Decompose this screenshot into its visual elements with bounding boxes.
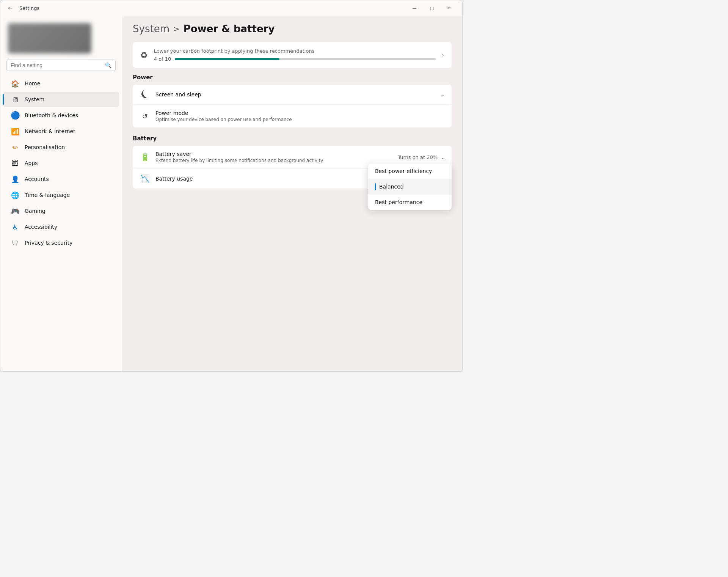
avatar (8, 23, 91, 53)
screen-sleep-info: Screen and sleep (155, 91, 435, 97)
network-icon: 📶 (11, 127, 19, 135)
sidebar-item-time[interactable]: 🌐 Time & language (3, 187, 119, 203)
home-icon: 🏠 (11, 79, 19, 88)
sidebar-item-label: System (25, 96, 44, 102)
dropdown-efficiency-label: Best power efficiency (375, 168, 432, 174)
carbon-chevron-icon: › (442, 52, 444, 58)
carbon-footprint-card[interactable]: ♻️ Lower your carbon footprint by applyi… (133, 42, 452, 68)
main-layout: 🔍 🏠 Home 🖥 System 🔵 Bluetooth & devices … (0, 16, 462, 371)
sidebar-item-label: Bluetooth & devices (25, 112, 78, 118)
sidebar-item-personalisation[interactable]: ✏️ Personalisation (3, 140, 119, 155)
carbon-text: Lower your carbon footprint by applying … (154, 48, 436, 62)
progress-bar-background (175, 58, 436, 60)
settings-window: ← Settings — □ ✕ 🔍 🏠 Home 🖥 (0, 0, 463, 372)
battery-saver-name: Battery saver (155, 151, 392, 157)
sidebar-item-label: Gaming (25, 208, 46, 214)
search-icon: 🔍 (105, 62, 111, 68)
battery-saver-right: Turns on at 20% ⌄ (398, 154, 445, 160)
titlebar-title: Settings (19, 5, 39, 11)
gaming-icon: 🎮 (11, 207, 19, 215)
screen-sleep-chevron: ⌄ (441, 92, 445, 97)
search-input[interactable] (11, 62, 102, 68)
minimize-button[interactable]: — (406, 2, 423, 14)
power-section-title: Power (133, 74, 452, 81)
sidebar-item-home[interactable]: 🏠 Home (3, 76, 119, 91)
power-mode-row[interactable]: ↺ Power mode Optimise your device based … (133, 105, 452, 127)
carbon-description: Lower your carbon footprint by applying … (154, 48, 436, 54)
sidebar-item-bluetooth[interactable]: 🔵 Bluetooth & devices (3, 108, 119, 123)
sidebar-item-label: Apps (25, 160, 38, 166)
titlebar-left: ← Settings (5, 3, 406, 13)
sidebar-item-label: Network & internet (25, 128, 75, 134)
sidebar-item-label: Personalisation (25, 144, 65, 150)
carbon-progress-label: 4 of 10 (154, 56, 171, 62)
privacy-icon: 🛡 (11, 239, 19, 247)
dropdown-item-performance[interactable]: Best performance (368, 195, 452, 210)
bluetooth-icon: 🔵 (11, 111, 19, 119)
system-icon: 🖥 (11, 95, 19, 104)
accessibility-icon: ♿ (11, 223, 19, 231)
sidebar-item-label: Accessibility (25, 224, 57, 230)
page-title: Power & battery (184, 23, 275, 35)
sidebar: 🔍 🏠 Home 🖥 System 🔵 Bluetooth & devices … (0, 16, 122, 371)
battery-saver-desc: Extend battery life by limiting some not… (155, 158, 392, 163)
content-area: System > Power & battery ♻️ Lower your c… (122, 16, 462, 371)
sidebar-item-system[interactable]: 🖥 System (3, 92, 119, 107)
accounts-icon: 👤 (11, 175, 19, 183)
dropdown-item-balanced[interactable]: Balanced (368, 179, 452, 195)
sidebar-item-label: Home (25, 80, 40, 86)
sidebar-item-label: Privacy & security (25, 240, 72, 246)
power-mode-desc: Optimise your device based on power use … (155, 117, 445, 122)
dropdown-balanced-label: Balanced (379, 184, 404, 190)
apps-icon: 🖼 (11, 159, 19, 167)
power-mode-dropdown: Best power efficiency Balanced Best perf… (368, 164, 452, 210)
sidebar-item-accounts[interactable]: 👤 Accounts (3, 171, 119, 187)
battery-saver-icon: 🔋 (140, 153, 150, 162)
selected-indicator (375, 183, 376, 190)
screen-sleep-icon: ⏾ (140, 90, 150, 99)
battery-saver-info: Battery saver Extend battery life by lim… (155, 151, 392, 163)
screen-sleep-row[interactable]: ⏾ Screen and sleep ⌄ (133, 85, 452, 105)
sidebar-item-label: Accounts (25, 176, 49, 182)
breadcrumb-system: System (133, 23, 169, 35)
sidebar-item-privacy[interactable]: 🛡 Privacy & security (3, 235, 119, 250)
close-button[interactable]: ✕ (441, 2, 458, 14)
maximize-button[interactable]: □ (424, 2, 440, 14)
sidebar-item-accessibility[interactable]: ♿ Accessibility (3, 219, 119, 234)
carbon-progress: 4 of 10 (154, 56, 436, 62)
breadcrumb-chevron: > (173, 24, 180, 33)
sidebar-item-apps[interactable]: 🖼 Apps (3, 156, 119, 171)
battery-saver-status: Turns on at 20% (398, 154, 438, 160)
carbon-icon: ♻️ (140, 50, 148, 60)
search-box[interactable]: 🔍 (6, 60, 116, 71)
power-mode-info: Power mode Optimise your device based on… (155, 110, 445, 122)
battery-saver-chevron: ⌄ (441, 154, 445, 160)
screen-sleep-name: Screen and sleep (155, 91, 435, 97)
power-card: ⏾ Screen and sleep ⌄ ↺ Power mode Optimi… (133, 85, 452, 127)
titlebar-controls: — □ ✕ (406, 2, 458, 14)
battery-usage-icon: 📉 (140, 174, 150, 183)
personalisation-icon: ✏️ (11, 143, 19, 151)
power-mode-name: Power mode (155, 110, 445, 116)
back-button[interactable]: ← (5, 3, 16, 13)
time-icon: 🌐 (11, 191, 19, 199)
sidebar-item-label: Time & language (25, 192, 70, 198)
dropdown-item-efficiency[interactable]: Best power efficiency (368, 164, 452, 179)
sidebar-item-gaming[interactable]: 🎮 Gaming (3, 203, 119, 219)
titlebar: ← Settings — □ ✕ (0, 0, 462, 16)
battery-section-title: Battery (133, 135, 452, 142)
screen-sleep-right: ⌄ (441, 92, 445, 97)
page-header: System > Power & battery (133, 23, 452, 35)
progress-bar-fill (175, 58, 279, 60)
sidebar-item-network[interactable]: 📶 Network & internet (3, 124, 119, 139)
dropdown-performance-label: Best performance (375, 199, 422, 205)
power-mode-icon: ↺ (140, 112, 150, 120)
